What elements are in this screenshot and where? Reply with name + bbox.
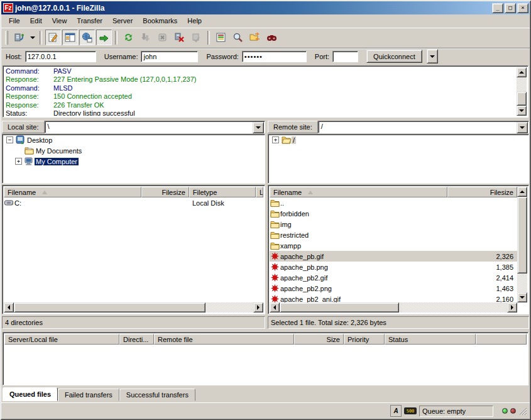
tree-item-desktop[interactable]: − Desktop bbox=[3, 135, 265, 145]
folder-icon bbox=[270, 221, 280, 228]
disconnect-button[interactable] bbox=[172, 30, 187, 45]
toolbar-separator bbox=[207, 31, 210, 45]
find-files-button[interactable] bbox=[264, 30, 280, 45]
toggle-remote-tree-button[interactable] bbox=[79, 30, 95, 45]
column-header-priority[interactable]: Priority bbox=[344, 334, 385, 345]
column-header-size[interactable]: Size bbox=[294, 334, 344, 345]
cancel-operation-button[interactable] bbox=[155, 30, 170, 45]
arrow-up-icon bbox=[519, 71, 524, 74]
column-header-filename[interactable]: Filename bbox=[4, 187, 141, 197]
tree-item-my-computer[interactable]: + My Computer bbox=[3, 156, 265, 167]
remote-file-row[interactable]: apache_pb2.gif 2,414 bbox=[270, 272, 517, 283]
toolbar-separator bbox=[40, 31, 42, 45]
column-header-direction[interactable]: Directi... bbox=[119, 334, 154, 345]
arrow-right-icon bbox=[257, 305, 260, 310]
close-button[interactable]: × bbox=[517, 3, 528, 13]
tab-failed-transfers[interactable]: Failed transfers bbox=[58, 389, 119, 401]
scroll-thumb[interactable] bbox=[517, 92, 527, 106]
column-header-filesize[interactable]: Filesize bbox=[141, 187, 189, 197]
remote-site-combobox[interactable]: / bbox=[318, 121, 529, 133]
compare-directories-button[interactable] bbox=[230, 30, 246, 45]
drive-icon bbox=[4, 199, 14, 206]
menu-view[interactable]: View bbox=[47, 16, 72, 26]
resize-grip[interactable] bbox=[518, 407, 527, 416]
menu-file[interactable]: File bbox=[4, 16, 25, 26]
speed-limit-icon[interactable]: 500 bbox=[404, 407, 417, 414]
column-header-filesize[interactable]: Filesize bbox=[447, 187, 517, 197]
expand-icon[interactable]: + bbox=[272, 136, 279, 143]
scroll-down-button[interactable] bbox=[517, 106, 527, 116]
remote-horizontal-scrollbar[interactable] bbox=[270, 302, 517, 312]
host-input[interactable] bbox=[25, 51, 96, 62]
scroll-left-button[interactable] bbox=[4, 302, 14, 312]
log-row: Response:226 Transfer OK bbox=[4, 101, 517, 109]
maximize-button[interactable]: □ bbox=[505, 3, 516, 13]
column-header-server-local-file[interactable]: Server/Local file bbox=[4, 334, 119, 345]
quickconnect-button[interactable]: Quickconnect bbox=[366, 50, 422, 63]
menu-edit[interactable]: Edit bbox=[25, 16, 47, 26]
tab-successful-transfers[interactable]: Successful transfers bbox=[119, 389, 195, 401]
remote-file-row[interactable]: forbidden bbox=[270, 208, 517, 219]
reconnect-button[interactable] bbox=[189, 30, 204, 45]
scroll-right-button[interactable] bbox=[507, 302, 517, 312]
port-input[interactable] bbox=[332, 51, 358, 62]
quickconnect-dropdown-button[interactable] bbox=[427, 49, 438, 64]
log-vertical-scrollbar[interactable] bbox=[517, 67, 527, 116]
scroll-left-button[interactable] bbox=[270, 302, 280, 312]
site-manager-icon bbox=[14, 32, 25, 43]
scroll-thumb[interactable] bbox=[14, 302, 205, 312]
remote-file-row[interactable]: apache_pb.png 1,385 bbox=[270, 262, 517, 272]
menu-bookmarks[interactable]: Bookmarks bbox=[138, 16, 182, 26]
folder-icon bbox=[270, 199, 280, 207]
column-header-filetype[interactable]: Filetype bbox=[189, 187, 256, 197]
scroll-thumb[interactable] bbox=[517, 197, 527, 274]
password-input[interactable] bbox=[242, 51, 307, 62]
tree-item-root[interactable]: + / bbox=[268, 135, 528, 145]
expand-icon[interactable]: + bbox=[15, 158, 22, 165]
process-queue-button[interactable] bbox=[138, 30, 153, 45]
scroll-right-button[interactable] bbox=[253, 302, 263, 312]
toggle-message-log-button[interactable] bbox=[45, 30, 61, 45]
remote-file-row[interactable]: restricted bbox=[270, 229, 517, 240]
image-file-icon bbox=[270, 263, 280, 271]
remote-file-row[interactable]: img bbox=[270, 219, 517, 229]
toggle-queue-button[interactable] bbox=[96, 30, 112, 45]
scroll-up-button[interactable] bbox=[517, 67, 527, 77]
remote-file-row[interactable]: xampp bbox=[270, 240, 517, 251]
remote-file-row[interactable]: apache_pb2_ani.gif 2,160 bbox=[270, 294, 517, 302]
tab-queued-files[interactable]: Queued files bbox=[3, 387, 58, 401]
column-header-filename[interactable]: Filename bbox=[270, 187, 447, 197]
scroll-thumb[interactable] bbox=[280, 302, 399, 312]
refresh-button[interactable] bbox=[121, 30, 136, 45]
column-header-last-modified[interactable]: L bbox=[256, 187, 263, 197]
site-manager-button[interactable] bbox=[11, 30, 27, 45]
scroll-up-button[interactable] bbox=[517, 187, 527, 197]
remote-site-dropdown-button[interactable] bbox=[517, 122, 528, 133]
collapse-icon[interactable]: − bbox=[6, 136, 13, 143]
remote-file-row[interactable]: .. bbox=[270, 197, 517, 208]
column-header-remote-file[interactable]: Remote file bbox=[154, 334, 294, 345]
menu-help[interactable]: Help bbox=[182, 16, 207, 26]
column-header-status[interactable]: Status bbox=[385, 334, 476, 345]
local-site-dropdown-button[interactable] bbox=[253, 122, 264, 133]
remote-vertical-scrollbar[interactable] bbox=[517, 187, 527, 302]
menu-transfer[interactable]: Transfer bbox=[72, 16, 107, 26]
local-file-row[interactable]: C: Local Disk bbox=[4, 197, 263, 208]
image-file-icon bbox=[270, 284, 280, 292]
directory-filter-button[interactable] bbox=[213, 30, 229, 45]
scroll-down-button[interactable] bbox=[517, 292, 527, 302]
transfer-queue: Server/Local file Directi... Remote file… bbox=[3, 332, 528, 385]
remote-file-row[interactable]: apache_pb2.png 1,463 bbox=[270, 283, 517, 294]
remote-file-row-selected[interactable]: apache_pb.gif 2,326 bbox=[270, 251, 517, 262]
local-horizontal-scrollbar[interactable] bbox=[4, 302, 263, 312]
tree-item-my-documents[interactable]: My Documents bbox=[3, 145, 265, 156]
menu-server[interactable]: Server bbox=[107, 16, 138, 26]
local-site-combobox[interactable]: \ bbox=[45, 121, 265, 133]
minimize-button[interactable]: _ bbox=[492, 3, 503, 13]
site-manager-dropdown-button[interactable] bbox=[28, 30, 36, 45]
toggle-local-tree-button[interactable] bbox=[62, 30, 78, 45]
chevron-down-icon bbox=[30, 36, 35, 39]
username-input[interactable] bbox=[141, 51, 198, 62]
synchronized-browsing-button[interactable] bbox=[247, 30, 263, 45]
local-list-header: Filename Filesize Filetype L bbox=[4, 187, 263, 197]
